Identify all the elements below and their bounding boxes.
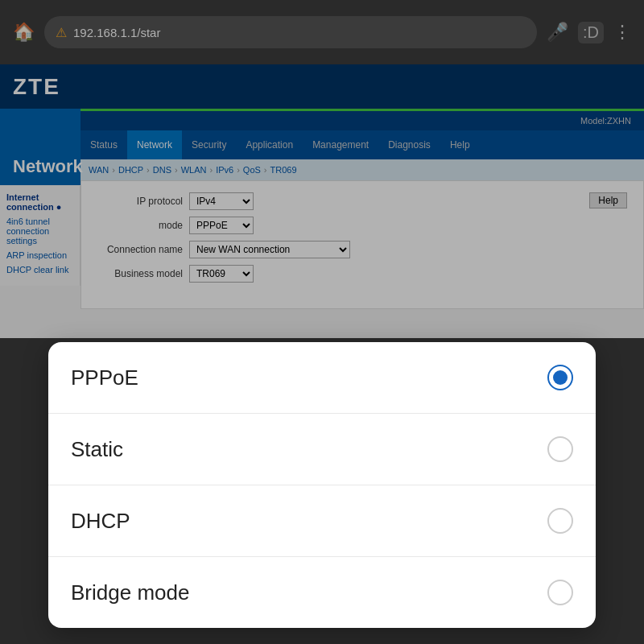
- static-label: Static: [71, 437, 123, 462]
- dropdown-modal: PPPoE Static DHCP Bridge mode: [48, 342, 596, 628]
- dropdown-overlay: PPPoE Static DHCP Bridge mode: [0, 0, 644, 644]
- dropdown-item-bridge-mode[interactable]: Bridge mode: [48, 557, 596, 628]
- pppoe-label: PPPoE: [71, 365, 138, 390]
- dropdown-item-dhcp[interactable]: DHCP: [48, 485, 596, 557]
- dropdown-item-pppoe[interactable]: PPPoE: [48, 342, 596, 414]
- static-radio[interactable]: [547, 436, 573, 462]
- bridge-mode-label: Bridge mode: [71, 580, 189, 605]
- dhcp-label: DHCP: [71, 509, 130, 534]
- dropdown-item-static[interactable]: Static: [48, 414, 596, 485]
- pppoe-radio[interactable]: [547, 365, 573, 390]
- dhcp-radio[interactable]: [547, 508, 573, 534]
- bridge-mode-radio[interactable]: [547, 580, 573, 605]
